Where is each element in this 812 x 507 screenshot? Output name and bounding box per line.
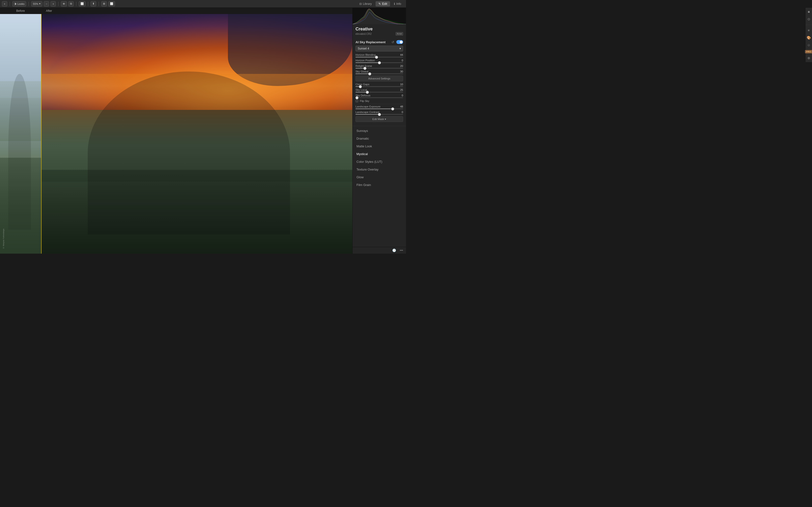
- module-item-texture-overlay[interactable]: Texture Overlay: [354, 166, 405, 173]
- close-gaps-thumb[interactable]: [359, 85, 362, 88]
- module-item-mystical[interactable]: Mystical: [354, 150, 405, 158]
- sky-global-thumb[interactable]: [368, 72, 371, 75]
- right-panel: Creative elevated.CR2 RAW AI Sky Replace…: [353, 8, 406, 253]
- sky-local-track[interactable]: [356, 92, 403, 93]
- more-icon-button[interactable]: •••: [399, 248, 404, 253]
- relight-scene-slider-row: Relight Scene 20: [356, 64, 403, 69]
- landscape-contrast-track[interactable]: [356, 114, 403, 115]
- clock-icon-button[interactable]: 🕐: [391, 248, 397, 253]
- sky-local-slider-row: Sky Local 25: [356, 89, 403, 93]
- library-tab[interactable]: ⊟ Library: [357, 1, 375, 6]
- more-icon: •••: [400, 248, 403, 252]
- panel-filename: elevated.CR2: [356, 33, 372, 35]
- clock-icon: 🕐: [392, 248, 396, 252]
- module-item-sunrays[interactable]: Sunrays: [354, 127, 405, 134]
- landscape-exposure-thumb[interactable]: [391, 108, 394, 110]
- share-button[interactable]: ⬆: [91, 1, 96, 6]
- sky-global-label-row: Sky Global 30: [356, 70, 403, 73]
- topbar-separator-6: [99, 2, 99, 6]
- relight-scene-thumb[interactable]: [364, 67, 366, 70]
- ai-sky-toggle[interactable]: [396, 40, 403, 44]
- info-label: Info: [396, 2, 401, 6]
- add-button[interactable]: +: [2, 1, 7, 6]
- split-line[interactable]: [41, 14, 42, 253]
- topbar-separator-2: [29, 2, 29, 6]
- compare-button[interactable]: ⧉: [68, 1, 74, 6]
- glow-label: Glow: [357, 175, 364, 179]
- plus-icon: +: [4, 2, 5, 5]
- sky-global-label: Sky Global: [356, 70, 368, 73]
- module-item-dramatic[interactable]: Dramatic: [354, 135, 405, 142]
- close-gaps-slider-row: Close Gaps 10: [356, 83, 403, 87]
- ai-sky-controls: ↺: [390, 40, 403, 44]
- share-icon: ⬆: [92, 2, 95, 5]
- before-label: Before: [0, 9, 41, 12]
- sky-global-slider-row: Sky Global 30: [356, 70, 403, 74]
- fullscreen-button[interactable]: ⬜: [108, 1, 115, 6]
- grid-button[interactable]: ⊞: [101, 1, 107, 6]
- relight-scene-track[interactable]: [356, 68, 403, 69]
- before-after-bar: Before After: [0, 8, 353, 14]
- crop-button[interactable]: ⬜: [79, 1, 86, 6]
- zoom-out-button[interactable]: −: [44, 1, 49, 6]
- sky-local-value: 25: [397, 89, 403, 91]
- horizon-blending-label: Horizon Blending: [356, 53, 376, 56]
- module-item-glow[interactable]: Glow: [354, 173, 405, 181]
- topbar-separator-5: [88, 2, 88, 6]
- sky-global-track[interactable]: [356, 73, 403, 74]
- mystical-label: Mystical: [357, 152, 368, 156]
- module-item-color-styles[interactable]: Color Styles (LUT): [354, 158, 405, 165]
- modules-divider: [353, 126, 406, 126]
- eye-button[interactable]: 👁: [61, 1, 67, 6]
- landscape-exposure-track[interactable]: [356, 108, 403, 109]
- fullscreen-icon: ⬜: [110, 2, 113, 5]
- canvas-image-container: © Maryna Yurlovskaya: [0, 14, 353, 253]
- sky-preset-dropdown[interactable]: Sunset 4 ▾: [356, 46, 403, 51]
- topbar-separator-4: [76, 2, 76, 6]
- sky-global-fill: [356, 73, 370, 74]
- module-item-matte-look[interactable]: Matte Look: [354, 143, 405, 150]
- horizon-position-thumb[interactable]: [378, 61, 381, 64]
- horizon-position-label: Horizon Position: [356, 59, 375, 62]
- sky-defocus-label-row: Sky Defocus 0: [356, 94, 403, 97]
- sky-defocus-thumb[interactable]: [356, 96, 359, 99]
- main-layout: Before After © Maryna Yurlovskaya: [0, 8, 406, 253]
- canvas-area: Before After © Maryna Yurlovskaya: [0, 8, 353, 253]
- zoom-in-button[interactable]: +: [51, 1, 56, 6]
- panel-content[interactable]: Creative elevated.CR2 RAW AI Sky Replace…: [353, 24, 406, 247]
- flip-sky-label: Flip Sky: [360, 100, 369, 102]
- landscape-contrast-slider-row: Landscape Contrast 0: [356, 111, 403, 115]
- sky-preset-value: Sunset 4: [358, 47, 369, 50]
- edit-tab[interactable]: ✎ Edit: [376, 1, 390, 6]
- looks-button[interactable]: ◑ Looks: [12, 1, 26, 6]
- horizon-position-track[interactable]: [356, 62, 403, 63]
- sunrays-label: Sunrays: [357, 129, 368, 132]
- landscape-contrast-thumb[interactable]: [378, 113, 381, 116]
- histogram-container: [353, 8, 406, 24]
- edit-mask-button[interactable]: Edit Mask ▾: [356, 116, 403, 122]
- close-gaps-label: Close Gaps: [356, 83, 369, 86]
- relight-scene-label-row: Relight Scene 20: [356, 64, 403, 67]
- after-label: After: [41, 9, 353, 12]
- ai-sky-section: AI Sky Replacement ↺ Sunset 4 ▾ Horizon …: [353, 39, 406, 125]
- sky-defocus-track[interactable]: [356, 97, 403, 98]
- landscape-exposure-value: 48: [397, 105, 403, 108]
- sky-local-thumb[interactable]: [366, 91, 369, 94]
- advanced-settings-label: Advanced Settings: [368, 77, 390, 80]
- reset-button[interactable]: ↺: [390, 40, 395, 44]
- after-photo: [41, 14, 353, 253]
- horizon-blending-track[interactable]: [356, 57, 403, 57]
- horizon-blending-thumb[interactable]: [375, 56, 378, 59]
- close-gaps-track[interactable]: [356, 86, 403, 87]
- ai-sky-header: AI Sky Replacement ↺: [356, 40, 403, 44]
- film-grain-label: Film Grain: [357, 183, 371, 187]
- panel-subtitle-row: elevated.CR2 RAW: [356, 32, 403, 36]
- info-tab[interactable]: ℹ Info: [391, 1, 404, 6]
- module-item-film-grain[interactable]: Film Grain: [354, 181, 405, 189]
- advanced-settings-button[interactable]: Advanced Settings: [356, 75, 403, 81]
- panel-header: Creative elevated.CR2 RAW: [353, 24, 406, 39]
- chevron-down-icon: ▾: [39, 2, 41, 5]
- after-panel: [41, 14, 353, 253]
- looks-icon: ◑: [14, 2, 16, 5]
- flip-sky-checkbox[interactable]: [356, 100, 359, 102]
